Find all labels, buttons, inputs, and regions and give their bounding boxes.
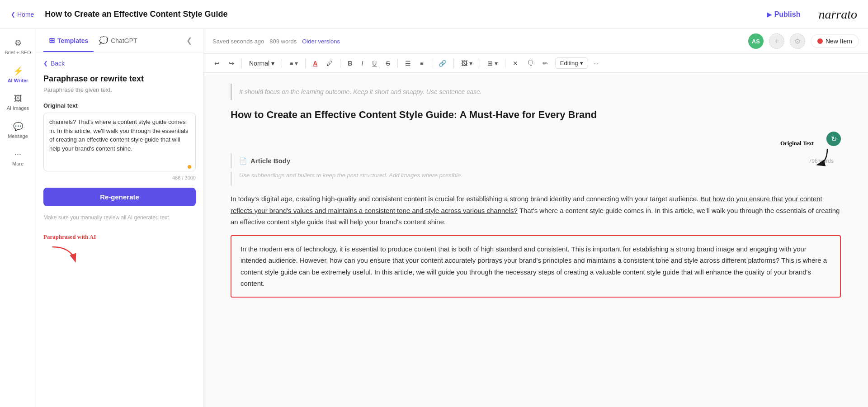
sidebar-item-ai-writer-label: AI Writer bbox=[8, 78, 28, 83]
toolbar-separator-3 bbox=[305, 59, 306, 68]
char-dot-indicator bbox=[188, 165, 191, 169]
italic-button[interactable]: I bbox=[358, 58, 367, 69]
comment-button[interactable]: 🗨 bbox=[524, 58, 537, 69]
templates-tab-label: Templates bbox=[57, 37, 88, 44]
sidebar-item-message[interactable]: 💬 Message bbox=[0, 118, 36, 142]
sidebar-item-brief-seo-label: Brief + SEO bbox=[5, 50, 31, 55]
bullet-list-button[interactable]: ☰ bbox=[401, 58, 415, 69]
subtitle-placeholder: It should focus on the learning outcome.… bbox=[231, 84, 841, 100]
textarea-wrapper bbox=[43, 113, 196, 173]
ai-writer-icon: ⚡ bbox=[13, 66, 23, 76]
home-link[interactable]: Home bbox=[11, 11, 34, 18]
sidebar-item-message-label: Message bbox=[8, 133, 28, 139]
undo-button[interactable]: ↩ bbox=[211, 58, 223, 69]
publish-button[interactable]: Publish bbox=[767, 10, 801, 19]
image-button[interactable]: 🖼 ▾ bbox=[458, 58, 476, 69]
sidebar-item-more[interactable]: ··· More bbox=[0, 146, 36, 170]
editor-topbar: Saved seconds ago 809 words Older versio… bbox=[203, 29, 868, 54]
redo-button[interactable]: ↪ bbox=[225, 58, 238, 69]
sidebar-item-ai-images-label: AI Images bbox=[7, 105, 29, 111]
format-dropdown-label: Normal bbox=[249, 60, 269, 67]
template-subtitle: Paraphrase the given text. bbox=[43, 86, 196, 93]
char-count: 486 / 3000 bbox=[43, 175, 196, 180]
logo: narrato bbox=[818, 7, 857, 22]
paraphrase-with-ai-label: Paraphrased with AI bbox=[43, 233, 96, 240]
doc-title: How to Create an Effective Content Style… bbox=[45, 9, 227, 19]
editing-chevron-icon: ▾ bbox=[580, 60, 583, 66]
text-color-button[interactable]: A bbox=[309, 58, 321, 69]
word-count: 809 words bbox=[269, 38, 297, 45]
editing-dropdown[interactable]: Editing ▾ bbox=[555, 57, 588, 69]
new-item-dot bbox=[817, 38, 823, 44]
table-button[interactable]: ⊞ ▾ bbox=[484, 58, 501, 69]
templates-panel: ⊞ Templates 💭 ChatGPT ❮ Back Paraphrase … bbox=[36, 29, 203, 407]
tab-templates[interactable]: ⊞ Templates bbox=[43, 29, 94, 52]
toolbar-separator-9 bbox=[505, 59, 505, 68]
more-button[interactable]: ··· bbox=[590, 58, 603, 69]
panel-content: Back Paraphrase or rewrite text Paraphra… bbox=[36, 52, 203, 407]
original-text-label: Original text bbox=[43, 102, 196, 109]
format-dropdown-chevron: ▾ bbox=[271, 60, 274, 67]
save-status: Saved seconds ago bbox=[212, 38, 264, 45]
more-icon: ··· bbox=[14, 150, 21, 159]
avatar: AS bbox=[748, 33, 764, 49]
ai-images-icon: 🖼 bbox=[14, 94, 22, 104]
settings-icon[interactable]: ⚙ bbox=[790, 33, 805, 49]
icon-sidebar: ⚙ Brief + SEO ⚡ AI Writer 🖼 AI Images 💬 … bbox=[0, 29, 36, 407]
toolbar-separator-8 bbox=[480, 59, 480, 68]
panel-tabs: ⊞ Templates 💭 ChatGPT ❮ bbox=[36, 29, 203, 52]
toolbar-separator-7 bbox=[453, 59, 454, 68]
older-versions-link[interactable]: Older versions bbox=[302, 38, 340, 45]
paraphrased-text-box: In the modern era of technology, it is e… bbox=[231, 235, 841, 298]
template-title: Paraphrase or rewrite text bbox=[43, 74, 196, 84]
message-icon: 💬 bbox=[13, 122, 23, 132]
templates-tab-icon: ⊞ bbox=[49, 36, 55, 45]
toolbar-separator-1 bbox=[241, 59, 242, 68]
strikethrough-button[interactable]: S bbox=[382, 58, 393, 69]
clear-format-button[interactable]: ✕ bbox=[509, 58, 522, 69]
paraphrase-arrow-svg bbox=[43, 242, 80, 265]
section-name: Article Body bbox=[250, 157, 809, 165]
editor-toolbar: ↩ ↪ Normal ▾ ≡ ▾ A 🖊 B I U S ☰ ≡ 🔗 🖼 ▾ bbox=[203, 54, 868, 73]
underline-button[interactable]: U bbox=[368, 58, 380, 69]
highlight-button[interactable]: 🖊 bbox=[323, 58, 336, 69]
avatar-ghost: + bbox=[769, 33, 784, 49]
body-text-1: In today's digital age, creating high-qu… bbox=[231, 195, 698, 203]
panel-collapse-button[interactable]: ❮ bbox=[183, 33, 196, 48]
section-header: 📄 Article Body 796 words bbox=[231, 153, 841, 168]
section-icon: 📄 bbox=[239, 157, 247, 165]
main-layout: ⚙ Brief + SEO ⚡ AI Writer 🖼 AI Images 💬 … bbox=[0, 29, 868, 407]
top-header: Home How to Create an Effective Content … bbox=[0, 0, 868, 29]
editor-content[interactable]: It should focus on the learning outcome.… bbox=[203, 73, 868, 407]
new-item-button[interactable]: New Item bbox=[811, 34, 859, 48]
annotation-area: In the modern era of technology, it is e… bbox=[231, 235, 841, 298]
sidebar-item-ai-writer[interactable]: ⚡ AI Writer bbox=[0, 62, 36, 87]
chatgpt-tab-label: ChatGPT bbox=[111, 37, 137, 44]
format-dropdown[interactable]: Normal ▾ bbox=[245, 58, 278, 69]
sidebar-item-more-label: More bbox=[12, 161, 24, 166]
sidebar-item-brief-seo[interactable]: ⚙ Brief + SEO bbox=[0, 34, 36, 59]
editing-label: Editing bbox=[560, 60, 578, 66]
chatgpt-tab-icon: 💭 bbox=[99, 36, 108, 45]
toolbar-separator-2 bbox=[282, 59, 282, 68]
pencil-button[interactable]: ✏ bbox=[539, 58, 552, 69]
toolbar-separator-4 bbox=[340, 59, 340, 68]
sidebar-item-ai-images[interactable]: 🖼 AI Images bbox=[0, 90, 36, 114]
tab-chatgpt[interactable]: 💭 ChatGPT bbox=[94, 29, 142, 52]
document-heading: How to Create an Effective Content Style… bbox=[231, 109, 841, 121]
brief-seo-icon: ⚙ bbox=[14, 38, 22, 48]
toolbar-separator-5 bbox=[397, 59, 398, 68]
new-item-label: New Item bbox=[826, 38, 852, 45]
section-placeholder: Use subheadings and bullets to keep the … bbox=[231, 172, 841, 186]
ai-notice: Make sure you manually review all AI gen… bbox=[43, 213, 196, 222]
align-button[interactable]: ≡ ▾ bbox=[286, 58, 302, 69]
editor-area: Saved seconds ago 809 words Older versio… bbox=[203, 29, 868, 407]
bold-button[interactable]: B bbox=[344, 58, 356, 69]
toolbar-separator-6 bbox=[431, 59, 431, 68]
regenerate-button[interactable]: Re-generate bbox=[43, 188, 196, 206]
ordered-list-button[interactable]: ≡ bbox=[416, 58, 427, 69]
original-text-input[interactable] bbox=[43, 113, 196, 171]
back-button[interactable]: Back bbox=[43, 60, 196, 67]
link-button[interactable]: 🔗 bbox=[435, 58, 450, 69]
body-text-paragraph: In today's digital age, creating high-qu… bbox=[231, 193, 841, 228]
